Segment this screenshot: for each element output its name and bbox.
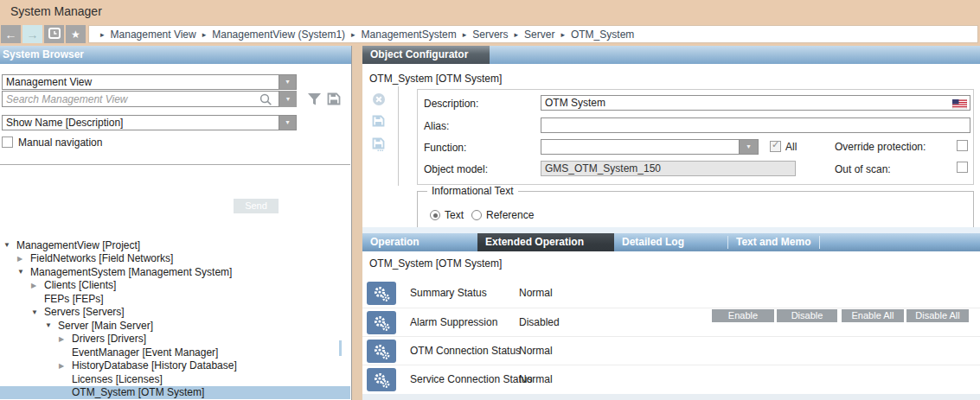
send-button-label: Send [245,200,267,211]
tab-label: Detailed Log [622,236,684,248]
operation-tab-strip: Operation Extended Operation Detailed Lo… [362,233,980,251]
breadcrumb-item[interactable]: Management View [111,29,196,41]
search-icon[interactable] [259,93,272,110]
back-button[interactable]: ← [1,25,21,43]
forward-button[interactable]: → [22,25,42,43]
tree-item[interactable]: ▶Clients [Clients] [0,279,350,293]
discard-changes-icon[interactable] [372,92,386,110]
description-label: Description: [424,98,478,110]
system-manager-window: System Manager ← → ★ ▸ Management View ▸… [0,0,980,400]
override-protection-label: Override protection: [835,141,926,153]
view-selector-dropdown-button[interactable]: ▼ [279,75,296,89]
breadcrumb-item[interactable]: Servers [472,29,508,41]
description-value: OTM System [545,97,605,109]
breadcrumb-separator-icon: ▸ [515,30,519,39]
out-of-scan-checkbox[interactable] [957,162,968,173]
operation-row-value: Normal [519,287,553,299]
page-title: System Manager [10,4,102,18]
chevron-down-icon: ▼ [285,96,291,102]
operation-row-value: Disabled [519,316,560,328]
search-dropdown-button[interactable]: ▼ [279,91,297,107]
override-protection-checkbox[interactable] [957,140,968,151]
send-button[interactable]: Send [234,199,279,213]
function-dropdown-button[interactable]: ▼ [739,140,758,154]
tab-extended-operation[interactable]: Extended Operation [477,233,614,251]
informational-text-legend: Informational Text [427,185,518,197]
expander-icon[interactable]: ▶ [17,255,30,263]
tree-item-label: Licenses [Licenses] [72,373,163,385]
all-checkbox[interactable]: ✓ [770,141,781,152]
expander-icon[interactable]: ▼ [31,308,44,316]
breadcrumb-item[interactable]: Server [524,29,554,41]
operation-row-value: Normal [519,373,553,385]
save-search-icon[interactable] [327,92,341,109]
alias-input[interactable] [541,117,970,133]
disable-button[interactable]: Disable [777,309,837,322]
favorites-button[interactable]: ★ [66,25,86,43]
operation-row-label: Summary Status [410,287,487,299]
tree-item[interactable]: ▼Server [Main Server] [0,319,350,333]
tree-item[interactable]: ▼ManagementView [Project] [0,238,350,252]
tab-text-and-memo[interactable]: Text and Memo [728,233,818,251]
expander-icon[interactable]: ▼ [45,321,58,329]
reference-radio[interactable] [471,210,482,220]
expander-icon[interactable]: ▶ [59,362,72,370]
button-label: Disable All [915,310,959,321]
tree-item[interactable]: ▶Drivers [Drivers] [0,333,350,346]
system-browser-tree: ▼ManagementView [Project] ▶FieldNetworks… [0,238,350,400]
tab-label: Operation [370,236,420,248]
tree-item[interactable]: Licenses [Licenses] [0,372,350,386]
save-icon[interactable] [372,115,385,130]
operation-object-title: OTM_System [OTM System] [369,257,502,270]
filter-icon[interactable] [307,92,322,110]
breadcrumb-separator-icon: ▸ [100,30,105,39]
enable-button[interactable]: Enable [712,309,774,322]
manual-navigation-checkbox[interactable] [2,137,13,148]
object-model-label: Object model: [424,163,488,175]
disable-all-button[interactable]: Disable All [906,309,969,322]
tree-item[interactable]: EventManager [Event Manager] [0,346,350,359]
title-bar: System Manager [0,0,980,23]
description-input[interactable]: OTM System [541,95,970,111]
enable-all-button[interactable]: Enable All [842,309,904,322]
alias-label: Alias: [424,120,449,132]
tree-item-selected[interactable]: OTM_System [OTM System] [0,386,350,400]
function-combobox[interactable]: ▼ [541,139,759,155]
tree-item[interactable]: ▼Servers [Servers] [0,306,350,320]
tree-scrollbar-thumb[interactable] [339,340,342,356]
view-selector-value: Management View [6,76,92,88]
language-us-flag-icon[interactable] [952,98,967,112]
system-browser-panel: Management View ▼ ▼ Show Name [Descripti… [0,64,350,400]
breadcrumb-item[interactable]: ManagementSystem [362,29,457,41]
text-radio[interactable] [430,210,440,220]
search-input[interactable] [2,91,297,107]
object-configurator-panel: OTM_System [OTM System] Description: OTM… [362,64,980,227]
breadcrumb-item[interactable]: ManagementView (System1) [212,29,345,41]
panel-splitter[interactable] [351,46,362,400]
recent-views-button[interactable] [44,25,64,43]
breadcrumb[interactable]: ▸ Management View ▸ ManagementView (Syst… [88,25,978,43]
view-selector-combobox[interactable]: Management View ▼ [2,74,297,90]
tree-item[interactable]: FEPs [FEPs] [0,292,350,306]
tree-item[interactable]: ▶HistoryDatabase [History Database] [0,359,350,373]
tree-item-label: ManagementView [Project] [16,239,140,251]
display-mode-dropdown-button[interactable]: ▼ [279,116,296,130]
display-mode-value: Show Name [Description] [6,117,123,129]
breadcrumb-item[interactable]: OTM_System [571,29,634,41]
tab-operation[interactable]: Operation [362,233,477,251]
save-as-icon[interactable] [372,137,385,156]
tree-item[interactable]: ▼ManagementSystem [Management System] [0,265,350,279]
tab-detailed-log[interactable]: Detailed Log [614,233,727,251]
expander-icon[interactable]: ▼ [3,241,16,249]
reference-radio-label: Reference [486,209,534,221]
tab-object-configurator[interactable]: Object Configurator [362,46,490,64]
expander-icon[interactable]: ▼ [17,268,30,276]
configurator-title: Object Configurator [370,48,468,60]
bottom-strip [362,394,980,400]
expander-icon[interactable]: ▶ [31,282,44,289]
tree-item-label: EventManager [Event Manager] [72,346,218,359]
tree-item-label: OTM_System [OTM System] [72,386,204,398]
expander-icon[interactable]: ▶ [59,335,72,343]
tree-item[interactable]: ▶FieldNetworks [Field Networks] [0,252,350,266]
display-mode-combobox[interactable]: Show Name [Description] ▼ [2,115,297,130]
